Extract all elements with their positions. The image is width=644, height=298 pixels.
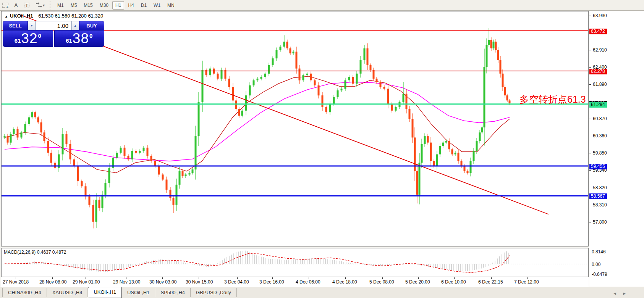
candle	[37, 118, 39, 122]
candle	[421, 144, 423, 163]
timeframe-button-m1[interactable]: M1	[54, 1, 67, 10]
candle	[283, 42, 285, 47]
candle	[202, 70, 204, 102]
time-tick-mark	[345, 277, 346, 279]
sell-price-integer: 61	[15, 37, 21, 44]
candle	[409, 109, 411, 119]
chart-tab-sp500-h4[interactable]: SP500-,H4	[155, 288, 191, 297]
timeframe-button-m5[interactable]: M5	[68, 1, 80, 10]
price-tick-label: 58.310	[593, 202, 607, 208]
price-axis[interactable]: 63.93062.91062.40061.89060.87060.36059.8…	[589, 11, 644, 287]
volume-increase-button[interactable]: ▲	[71, 21, 79, 30]
time-tick-label: 29 Nov 13:00	[113, 279, 140, 285]
timeframe-button-m30[interactable]: M30	[97, 1, 112, 10]
drawing-tools-icon[interactable]: ▾	[32, 1, 48, 10]
candle	[345, 81, 346, 89]
buy-price-display[interactable]: 61 38 0	[54, 30, 105, 47]
chart-tab-gbpusd-daily[interactable]: GBPUSD-,Daily	[191, 288, 237, 297]
text-tool-icon[interactable]: A	[11, 1, 21, 10]
candle	[391, 104, 393, 111]
timeframe-button-mn[interactable]: MN	[164, 1, 178, 10]
macd-signal-line	[5, 254, 510, 273]
sell-price-pips: 32	[21, 31, 37, 46]
chart-tab-china300-h4[interactable]: CHINA300-,H4	[2, 288, 47, 297]
volume-input[interactable]	[36, 21, 71, 30]
candle	[92, 205, 94, 222]
candle	[77, 166, 79, 181]
candle	[293, 52, 294, 53]
candle	[436, 155, 438, 166]
candle	[241, 111, 243, 116]
time-tick-label: 6 Dec 10:00	[441, 279, 466, 285]
candle	[509, 100, 511, 103]
tab-scroll-left-icon[interactable]: ◄	[613, 291, 617, 296]
one-click-toggle-icon[interactable]: ▲	[5, 14, 8, 18]
candle	[348, 77, 350, 81]
time-tick-label: 30 Nov 15:00	[186, 279, 213, 285]
time-tick-label: 4 Dec 18:00	[332, 279, 357, 285]
timeframe-button-w1[interactable]: W1	[150, 1, 163, 10]
candle	[13, 129, 15, 134]
chart-tab-ukoil-h1[interactable]: UKOil-,H1	[88, 287, 122, 298]
time-tick-mark	[86, 277, 86, 279]
macd-axis-label: 0.8146	[592, 249, 606, 255]
indicator-grid-icon: F	[2, 3, 8, 8]
candle	[257, 79, 259, 80]
candle	[62, 134, 64, 155]
price-tag-62.278: 62.278	[589, 69, 607, 74]
timeframe-button-h4[interactable]: H4	[125, 1, 137, 10]
indicator-window-icon[interactable]: F	[0, 1, 10, 10]
time-tick-mark	[454, 277, 455, 279]
candle	[154, 161, 156, 166]
candle	[352, 77, 354, 84]
ohlc-open: 61.530	[38, 13, 53, 19]
ohlc-high: 61.560	[55, 13, 70, 19]
price-tick-mark	[589, 153, 591, 153]
macd-chart-canvas[interactable]	[2, 248, 588, 277]
candle	[488, 40, 490, 45]
candle	[124, 148, 126, 156]
top-toolbar: F A T ▾ M1M5M15M30H1H4D1W1MN	[0, 0, 644, 11]
time-axis[interactable]: 27 Nov 201828 Nov 08:0029 Nov 01:0029 No…	[1, 277, 589, 287]
price-tick-label: 58.820	[593, 185, 607, 190]
timeframe-button-h1[interactable]: H1	[112, 1, 124, 10]
sell-button[interactable]: SELL	[3, 21, 28, 30]
candle	[430, 143, 432, 161]
macd-indicator-panel[interactable]: MACD(12,26,9) 0.4637 0.4872	[1, 248, 589, 277]
candle	[367, 48, 369, 65]
time-tick-mark	[16, 277, 16, 279]
chart-tab-usoil-h1[interactable]: USOil-,H1	[122, 288, 155, 297]
time-tick-label: 3 Dec 04:00	[224, 279, 249, 285]
candle	[464, 166, 466, 171]
buy-button[interactable]: BUY	[79, 21, 104, 30]
time-tick-mark	[199, 277, 199, 279]
time-tick-label: 7 Dec 12:00	[514, 279, 539, 285]
candle	[325, 107, 327, 112]
timeframe-button-m15[interactable]: M15	[81, 1, 95, 10]
timeframe-button-d1[interactable]: D1	[138, 1, 150, 10]
candle	[245, 95, 247, 111]
time-tick-mark	[52, 277, 53, 279]
tab-scroll-right-icon[interactable]: ►	[622, 291, 626, 296]
price-tag-58.567: 58.567	[589, 193, 607, 199]
candle	[195, 136, 197, 169]
main-chart-area[interactable]: ▲UKOil-,H1 61.530 61.560 61.280 61.320 S…	[1, 11, 589, 246]
price-tick-label: 57.800	[593, 219, 607, 225]
chart-text-annotation[interactable]: 多空转折点61.3	[519, 93, 586, 106]
price-tick-mark	[589, 67, 591, 68]
sell-price-display[interactable]: 61 32 0	[3, 30, 53, 47]
tab-scroll-arrows: ◄ ►	[613, 291, 626, 296]
candle	[395, 107, 397, 111]
candle	[383, 87, 385, 89]
candle	[373, 70, 375, 79]
candle	[128, 156, 129, 159]
time-tick-mark	[272, 277, 273, 279]
candle	[306, 74, 308, 75]
candle	[225, 70, 227, 79]
volume-decrease-button[interactable]: ▼	[28, 21, 36, 30]
candle	[272, 58, 274, 65]
text-label-tool-icon[interactable]: T	[22, 1, 32, 10]
price-tick-mark	[589, 84, 591, 85]
buy-price-integer: 61	[66, 37, 72, 44]
chart-tab-xauusd-h4[interactable]: XAUUSD-,H4	[47, 288, 88, 297]
